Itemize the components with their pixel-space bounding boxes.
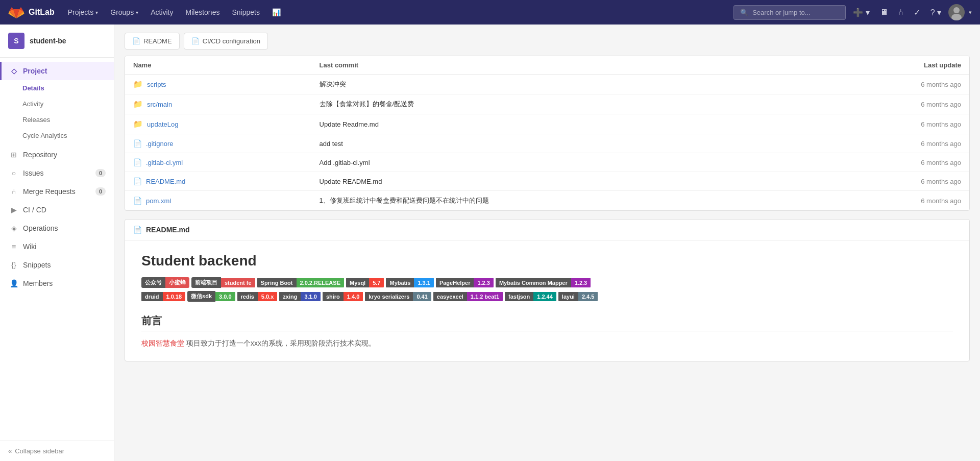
last-update: 6 months ago	[816, 94, 969, 114]
badge-label: fastjson	[505, 292, 533, 301]
collapse-icon: «	[8, 447, 12, 455]
sidebar-item-members[interactable]: 👤 Members	[0, 274, 114, 293]
tech-badge: druid 1.0.18	[141, 291, 185, 302]
tech-badge: layui 2.4.5	[558, 291, 598, 302]
file-table: Name Last commit Last update 📁 scripts 解…	[125, 56, 969, 210]
commit-message: 1、修复班组统计中餐盒费和配送费问题不在统计中的问题	[311, 191, 816, 211]
sidebar-subitem-releases[interactable]: Releases	[0, 112, 114, 128]
todo-icon[interactable]: ✓	[911, 5, 923, 20]
nav-projects[interactable]: Projects▾	[63, 5, 104, 19]
last-update: 6 months ago	[816, 191, 969, 211]
file-name-link[interactable]: src/main	[147, 101, 172, 108]
monitor-icon[interactable]: 🖥	[877, 5, 891, 20]
user-avatar[interactable]	[948, 4, 965, 20]
badge-value: 1.2.44	[533, 292, 556, 301]
badge-label: 前端项目	[191, 277, 221, 288]
folder-icon: 📁	[133, 80, 143, 89]
readme-body: Student backend 公众号 小蜜蜂 前端项目 student fe …	[125, 240, 969, 361]
sidebar-item-merge-requests[interactable]: ⑃ Merge Requests 0	[0, 182, 114, 201]
sidebar-cicd-label: CI / CD	[23, 206, 46, 214]
project-icon: ◇	[10, 67, 18, 75]
file-name-link[interactable]: scripts	[147, 81, 166, 88]
readme-header-label: README.md	[146, 226, 190, 234]
tech-badge: 微信sdk 3.0.0	[187, 291, 235, 302]
nav-activity[interactable]: Activity	[145, 5, 178, 19]
svg-point-1	[951, 14, 962, 20]
sidebar-project-label: Project	[23, 67, 47, 75]
file-name-link[interactable]: README.md	[146, 178, 185, 185]
search-box[interactable]: 🔍 Search or jump to...	[733, 5, 846, 20]
new-item-button[interactable]: ➕ ▾	[850, 5, 872, 20]
merge-request-icon[interactable]: ⑃	[895, 5, 906, 20]
badge-label: easyexcel	[433, 292, 467, 301]
sidebar-item-repository[interactable]: ⊞ Repository	[0, 145, 114, 164]
sidebar: S student-be ◇ Project Details Activity …	[0, 25, 114, 461]
cicd-config-tab[interactable]: 📄 CI/CD configuration	[184, 33, 268, 50]
issues-badge: 0	[95, 169, 106, 177]
tech-badge: zxing 3.1.0	[279, 291, 321, 302]
gitlab-logo[interactable]: GitLab	[8, 4, 55, 20]
sidebar-item-issues[interactable]: ○ Issues 0	[0, 164, 114, 182]
badge-value: 3.0.0	[215, 292, 235, 301]
tech-badge: 公众号 小蜜蜂	[141, 277, 189, 288]
sidebar-subitem-details[interactable]: Details	[0, 80, 114, 96]
col-last-commit: Last commit	[311, 56, 816, 75]
tech-badge: Mysql 5.7	[346, 277, 384, 288]
main-content: 📄 README 📄 CI/CD configuration Name Last…	[114, 25, 980, 461]
table-row: 📁 src/main 去除【食堂对账】的餐盒/配送费 6 months ago	[125, 94, 969, 114]
wiki-icon: ≡	[10, 242, 18, 251]
sidebar-section-project: ◇ Project Details Activity Releases Cycl…	[0, 62, 114, 143]
sidebar-issues-label: Issues	[23, 169, 43, 177]
sidebar-item-cicd[interactable]: ▶ CI / CD	[0, 201, 114, 219]
app-layout: S student-be ◇ Project Details Activity …	[0, 25, 980, 461]
badge-row: druid 1.0.18 微信sdk 3.0.0 redis 5.0.x zxi…	[141, 291, 953, 302]
badge-value: 0.41	[413, 292, 431, 301]
tech-badge: 前端项目 student fe	[191, 277, 255, 288]
commit-message: add test	[311, 134, 816, 153]
sidebar-item-wiki[interactable]: ≡ Wiki	[0, 237, 114, 256]
tech-badge: kryo serializers 0.41	[365, 291, 431, 302]
readme-badges: 公众号 小蜜蜂 前端项目 student fe Spring Boot 2.0.…	[141, 277, 953, 302]
badge-label: layui	[558, 292, 578, 301]
nav-chart[interactable]: 📊	[267, 5, 286, 19]
help-icon[interactable]: ? ▾	[927, 5, 944, 20]
sidebar-item-operations[interactable]: ◈ Operations	[0, 219, 114, 237]
tech-badge: redis 5.0.x	[237, 291, 278, 302]
file-name-link[interactable]: pom.xml	[146, 197, 171, 205]
file-name-link[interactable]: .gitignore	[146, 140, 173, 148]
nav-groups[interactable]: Groups▾	[105, 5, 143, 19]
sidebar-merge-requests-label: Merge Requests	[23, 187, 76, 196]
sidebar-subitem-cycle-analytics[interactable]: Cycle Analytics	[0, 128, 114, 143]
badge-value: 1.0.18	[163, 292, 186, 301]
last-update: 6 months ago	[816, 172, 969, 191]
badge-label: kryo serializers	[365, 292, 413, 301]
nav-snippets[interactable]: Snippets	[227, 5, 264, 19]
brand-name: GitLab	[29, 8, 55, 17]
badge-value: 3.1.0	[301, 292, 320, 301]
file-icon: 📄	[133, 158, 142, 166]
readme-paragraph: 校园智慧食堂 项目致力于打造一个xxx的系统，采用现阶段流行技术实现。	[141, 337, 953, 349]
readme-section-title: 前言	[141, 314, 953, 331]
top-navigation: GitLab Projects▾ Groups▾ Activity Milest…	[0, 0, 980, 25]
badge-value: 小蜜蜂	[165, 277, 189, 288]
collapse-sidebar-button[interactable]: « Collapse sidebar	[0, 441, 114, 461]
file-name-link[interactable]: .gitlab-ci.yml	[146, 159, 183, 166]
project-name: student-be	[30, 37, 66, 45]
sidebar-item-snippets[interactable]: {} Snippets	[0, 256, 114, 274]
badge-value: 1.3.1	[414, 278, 433, 287]
sidebar-subitem-activity[interactable]: Activity	[0, 96, 114, 112]
badge-value: 2.4.5	[578, 292, 598, 301]
nav-milestones[interactable]: Milestones	[181, 5, 225, 19]
readme-file-icon: 📄	[132, 37, 140, 45]
readme-tab[interactable]: 📄 README	[125, 33, 180, 50]
nav-right: 🔍 Search or jump to... ➕ ▾ 🖥 ⑃ ✓ ? ▾ ▾	[733, 4, 972, 20]
commit-message: Add .gitlab-ci.yml	[311, 153, 816, 172]
badge-label: Mybatis Common Mapper	[496, 278, 571, 287]
tech-badge: Mybatis Common Mapper 1.2.3	[496, 277, 591, 288]
tech-badge: fastjson 1.2.44	[505, 291, 556, 302]
badge-value: 2.0.2.RELEASE	[297, 278, 344, 287]
table-row: 📄 pom.xml 1、修复班组统计中餐盒费和配送费问题不在统计中的问题 6 m…	[125, 191, 969, 211]
file-name-link[interactable]: updateLog	[147, 120, 178, 128]
sidebar-item-project[interactable]: ◇ Project	[0, 62, 114, 80]
readme-link[interactable]: 校园智慧食堂	[141, 339, 184, 347]
